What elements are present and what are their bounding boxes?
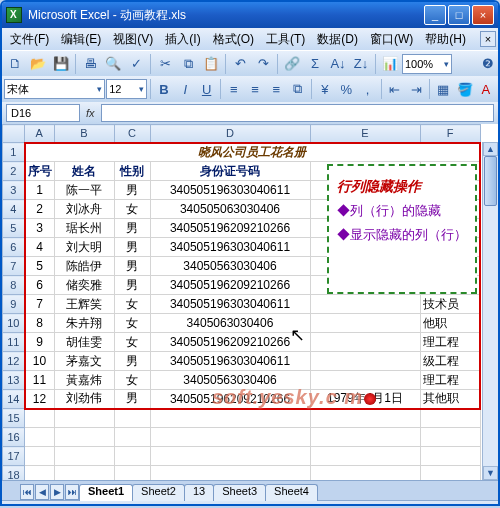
table-cell[interactable]: 女 [114,371,150,390]
sort-desc-button[interactable]: Z↓ [350,53,372,75]
fx-label[interactable]: fx [86,107,95,119]
col-header-D[interactable]: D [150,125,310,143]
sheet-tab[interactable]: Sheet1 [79,484,133,501]
table-cell[interactable]: 刘大明 [54,238,114,257]
empty-cell[interactable] [420,447,480,466]
table-header[interactable]: 身份证号码 [150,162,310,181]
maximize-button[interactable]: □ [448,5,470,25]
table-cell[interactable] [310,352,420,371]
formula-input[interactable] [101,104,494,122]
table-cell[interactable]: 他职 [420,314,480,333]
table-cell[interactable]: 其他职 [420,390,480,409]
empty-cell[interactable] [420,409,480,428]
table-cell[interactable]: 黃嘉炜 [54,371,114,390]
empty-cell[interactable] [150,447,310,466]
table-cell[interactable]: 5 [25,257,55,276]
paste-button[interactable]: 📋 [200,53,222,75]
table-cell[interactable]: 男 [114,238,150,257]
empty-cell[interactable] [114,447,150,466]
open-button[interactable]: 📂 [27,53,49,75]
row-header-18[interactable]: 18 [3,466,25,481]
row-header-5[interactable]: 5 [3,219,25,238]
empty-cell[interactable] [310,409,420,428]
table-cell[interactable]: 王辉笑 [54,295,114,314]
redo-button[interactable]: ↷ [252,53,274,75]
size-combo[interactable]: 12▾ [106,79,147,99]
font-combo[interactable]: 宋体▾ [4,79,105,99]
empty-cell[interactable] [54,409,114,428]
scroll-thumb[interactable] [484,156,497,206]
tab-prev-button[interactable]: ◀ [35,484,49,500]
row-header-2[interactable]: 2 [3,162,25,181]
table-cell[interactable]: 8 [25,314,55,333]
sheet-tab[interactable]: Sheet4 [265,484,318,501]
empty-cell[interactable] [310,428,420,447]
table-cell[interactable]: 陈皓伊 [54,257,114,276]
col-header-E[interactable]: E [310,125,420,143]
table-cell[interactable]: 9 [25,333,55,352]
font-color-button[interactable]: A [476,78,496,100]
new-button[interactable]: 🗋 [4,53,26,75]
zoom-combo[interactable]: 100%▾ [402,54,452,74]
tab-last-button[interactable]: ⏭ [65,484,79,500]
row-header-6[interactable]: 6 [3,238,25,257]
table-cell[interactable]: 4 [25,238,55,257]
row-header-10[interactable]: 10 [3,314,25,333]
table-cell[interactable]: 10 [25,352,55,371]
vertical-scrollbar[interactable]: ▲ ▼ [482,142,498,480]
preview-button[interactable]: 🔍 [102,53,124,75]
empty-cell[interactable] [150,409,310,428]
table-cell[interactable]: 340505196209210266 [150,333,310,352]
empty-cell[interactable] [420,428,480,447]
scroll-up-button[interactable]: ▲ [483,142,498,156]
table-header[interactable]: 序号 [25,162,55,181]
indent-dec-button[interactable]: ⇤ [385,78,405,100]
align-left-button[interactable]: ≡ [224,78,244,100]
table-cell[interactable]: 34050563030406 [150,257,310,276]
table-cell[interactable]: 男 [114,352,150,371]
row-header-7[interactable]: 7 [3,257,25,276]
tab-next-button[interactable]: ▶ [50,484,64,500]
menu-edit[interactable]: 编辑(E) [55,29,107,50]
border-button[interactable]: ▦ [433,78,453,100]
table-cell[interactable]: 男 [114,219,150,238]
row-header-9[interactable]: 9 [3,295,25,314]
cut-button[interactable]: ✂ [154,53,176,75]
align-right-button[interactable]: ≡ [266,78,286,100]
sum-button[interactable]: Σ [304,53,326,75]
table-cell[interactable]: 340505063030406 [150,200,310,219]
scroll-down-button[interactable]: ▼ [483,466,498,480]
empty-cell[interactable] [25,447,55,466]
table-cell[interactable]: 女 [114,314,150,333]
table-cell[interactable]: 女 [114,295,150,314]
table-cell[interactable]: 3405063030406 [150,314,310,333]
close-button[interactable]: × [472,5,494,25]
table-cell[interactable]: 陈一平 [54,181,114,200]
empty-cell[interactable] [420,466,480,481]
menu-data[interactable]: 数据(D) [311,29,364,50]
table-header[interactable]: 性别 [114,162,150,181]
table-cell[interactable]: 理工程 [420,333,480,352]
table-cell[interactable]: 6 [25,276,55,295]
menu-view[interactable]: 视图(V) [107,29,159,50]
align-center-button[interactable]: ≡ [245,78,265,100]
bold-button[interactable]: B [154,78,174,100]
chart-button[interactable]: 📊 [379,53,401,75]
sort-asc-button[interactable]: A↓ [327,53,349,75]
underline-button[interactable]: U [196,78,216,100]
percent-button[interactable]: % [336,78,356,100]
table-cell[interactable]: 3 [25,219,55,238]
empty-cell[interactable] [150,466,310,481]
table-cell[interactable] [310,314,420,333]
row-header-16[interactable]: 16 [3,428,25,447]
table-cell[interactable]: 7 [25,295,55,314]
undo-button[interactable]: ↶ [229,53,251,75]
col-header-B[interactable]: B [54,125,114,143]
empty-cell[interactable] [54,428,114,447]
col-header-F[interactable]: F [420,125,480,143]
table-cell[interactable]: 茅嘉文 [54,352,114,371]
italic-button[interactable]: I [175,78,195,100]
print-button[interactable]: 🖶 [79,53,101,75]
row-header-3[interactable]: 3 [3,181,25,200]
table-cell[interactable]: 11 [25,371,55,390]
